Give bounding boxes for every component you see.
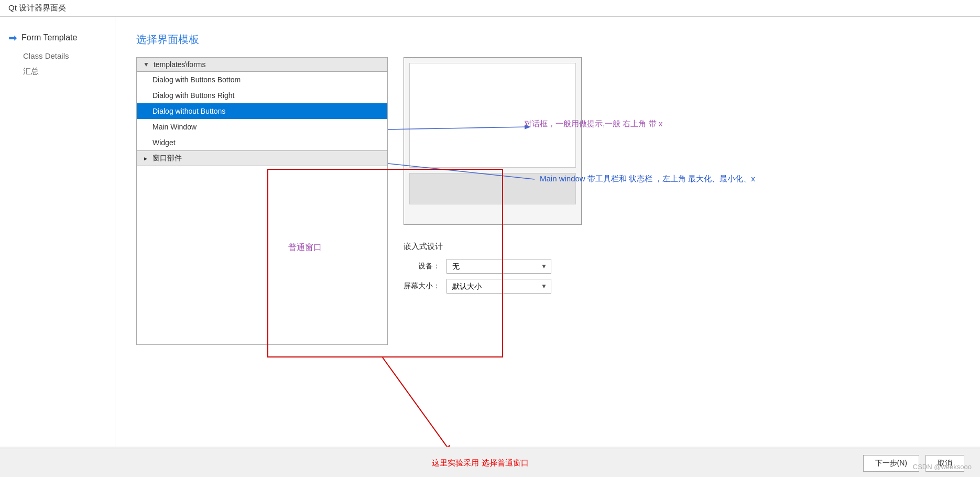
template-item-widget[interactable]: Widget xyxy=(137,135,387,150)
top-bar: Qt 设计器界面类 xyxy=(0,0,980,17)
template-list: Dialog with Buttons Bottom Dialog with B… xyxy=(137,72,387,150)
widget-red-border xyxy=(267,169,503,357)
bottom-annotation-text: 这里实验采用 选择普通窗口 xyxy=(432,458,528,468)
dropdown-arrow-icon: ▼ xyxy=(143,61,149,68)
sub-list-arrow-icon: ► xyxy=(143,156,148,161)
watermark: CSDN @weeksooo xyxy=(913,463,972,471)
preview-inner xyxy=(409,63,576,168)
svg-line-2 xyxy=(383,357,451,447)
content-area: 选择界面模板 ▼ templates\forms Dialog with But… xyxy=(115,17,980,447)
template-item-main-window[interactable]: Main Window xyxy=(137,119,387,135)
next-button[interactable]: 下一步(N) xyxy=(863,455,919,472)
sidebar-label-form-template: Form Template xyxy=(21,33,77,42)
sidebar-item-form-template[interactable]: ➡ Form Template xyxy=(0,27,115,48)
main-layout: ➡ Form Template Class Details 汇总 选择界面模板 … xyxy=(0,17,980,447)
sub-list-header: ► 窗口部件 xyxy=(137,150,387,166)
annotation-dialog: 对话框，一般用做提示,一般 右上角 带 x xyxy=(524,119,662,129)
annotation-putong-chuangkou: 普通窗口 xyxy=(288,242,322,253)
template-item-dialog-without-buttons[interactable]: Dialog without Buttons xyxy=(137,103,387,119)
template-list-header: ▼ templates\forms xyxy=(137,58,387,72)
sidebar-sub-item-summary[interactable]: 汇总 xyxy=(0,63,115,80)
app-title: Qt 设计器界面类 xyxy=(8,3,66,12)
template-panel: ▼ templates\forms Dialog with Buttons Bo… xyxy=(136,57,959,345)
section-title: 选择界面模板 xyxy=(136,32,959,47)
sidebar: ➡ Form Template Class Details 汇总 xyxy=(0,17,115,447)
annotation-main-window: Main window 带工具栏和 状态栏 ，左上角 最大化、最小化、x xyxy=(540,174,755,184)
bottom-bar: 这里实验采用 选择普通窗口 下一步(N) 取消 xyxy=(0,449,980,477)
sidebar-sub-item-class-details[interactable]: Class Details xyxy=(0,48,115,63)
template-item-dialog-buttons-bottom[interactable]: Dialog with Buttons Bottom xyxy=(137,72,387,88)
arrow-right-icon: ➡ xyxy=(8,31,17,44)
template-item-dialog-buttons-right[interactable]: Dialog with Buttons Right xyxy=(137,88,387,103)
